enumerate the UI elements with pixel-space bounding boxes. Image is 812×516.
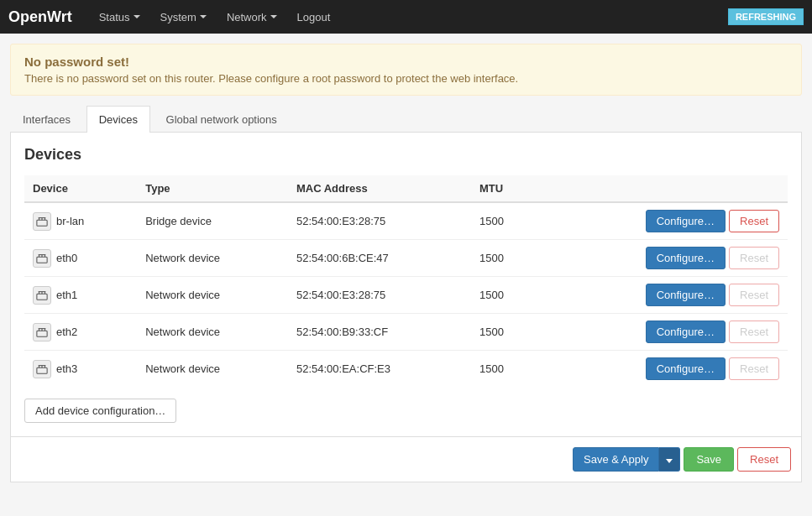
- status-dropdown-icon: [134, 15, 140, 18]
- cell-mac: 52:54:00:E3:28:75: [288, 277, 471, 314]
- nav-item-network[interactable]: Network: [217, 0, 287, 34]
- device-icon: [33, 249, 51, 268]
- device-icon: [33, 323, 51, 341]
- configure-button[interactable]: Configure…: [646, 357, 726, 380]
- cell-mtu: 1500: [471, 351, 539, 388]
- col-mac: MAC Address: [288, 175, 471, 202]
- cell-mac: 52:54:00:B9:33:CF: [288, 314, 471, 351]
- table-row: eth1 Network device52:54:00:E3:28:751500…: [24, 277, 788, 314]
- save-apply-group: Save & Apply: [573, 447, 680, 472]
- device-icon: [33, 360, 51, 378]
- table-header-row: Device Type MAC Address MTU: [24, 175, 788, 202]
- cell-type: Network device: [137, 314, 288, 351]
- col-type: Type: [137, 175, 288, 202]
- devices-table: Device Type MAC Address MTU br-lan Bridg: [24, 175, 788, 387]
- reset-row-button[interactable]: Reset: [729, 321, 779, 343]
- configure-button[interactable]: Configure…: [646, 210, 726, 232]
- cell-actions: Configure… Reset: [539, 202, 788, 240]
- main-content: Devices Device Type MAC Address MTU: [10, 133, 802, 437]
- cell-device: br-lan: [24, 202, 137, 240]
- cell-mtu: 1500: [471, 202, 539, 240]
- cell-type: Network device: [137, 240, 288, 277]
- refreshing-badge: REFRESHING: [728, 8, 804, 25]
- configure-button[interactable]: Configure…: [646, 247, 726, 269]
- cell-actions: Configure… Reset: [539, 314, 788, 351]
- reset-row-button[interactable]: Reset: [729, 357, 779, 380]
- password-alert: No password set! There is no password se…: [10, 44, 802, 96]
- cell-actions: Configure… Reset: [539, 240, 788, 277]
- reset-row-button[interactable]: Reset: [729, 247, 779, 269]
- cell-type: Network device: [137, 351, 288, 388]
- cell-type: Bridge device: [137, 202, 288, 240]
- col-device: Device: [24, 175, 137, 202]
- section-title: Devices: [24, 146, 788, 164]
- save-apply-dropdown-button[interactable]: [659, 447, 680, 472]
- tab-interfaces[interactable]: Interfaces: [10, 106, 83, 133]
- network-icon: [36, 253, 48, 264]
- svg-rect-15: [37, 331, 47, 336]
- cell-actions: Configure… Reset: [539, 351, 788, 388]
- caret-icon: [666, 459, 673, 463]
- svg-rect-5: [37, 257, 47, 263]
- col-mtu: MTU: [471, 175, 539, 202]
- cell-mtu: 1500: [471, 240, 539, 277]
- tabs-container: Interfaces Devices Global network option…: [10, 106, 802, 133]
- device-icon: [33, 212, 51, 231]
- alert-body: There is no password set on this router.…: [24, 72, 788, 85]
- network-icon: [36, 289, 48, 301]
- cell-mtu: 1500: [471, 277, 539, 314]
- cell-actions: Configure… Reset: [539, 277, 788, 314]
- reset-row-button[interactable]: Reset: [729, 210, 779, 232]
- tab-devices[interactable]: Devices: [86, 106, 150, 133]
- svg-rect-10: [37, 294, 47, 300]
- cell-mac: 52:54:00:E3:28:75: [288, 202, 471, 240]
- cell-type: Network device: [137, 277, 288, 314]
- col-actions: [539, 175, 788, 202]
- reset-button[interactable]: Reset: [737, 447, 791, 472]
- nav-item-logout[interactable]: Logout: [287, 0, 341, 34]
- cell-device: eth1: [24, 277, 137, 314]
- add-device-button[interactable]: Add device configuration…: [24, 399, 176, 423]
- cell-mtu: 1500: [471, 314, 539, 351]
- svg-rect-20: [37, 367, 47, 373]
- table-row: eth3 Network device52:54:00:EA:CF:E31500…: [24, 351, 788, 388]
- system-dropdown-icon: [200, 15, 207, 18]
- device-name: eth3: [56, 362, 77, 375]
- save-apply-button[interactable]: Save & Apply: [573, 447, 659, 472]
- add-device-container: Add device configuration…: [24, 399, 788, 423]
- tab-global-network-options[interactable]: Global network options: [154, 106, 290, 133]
- table-row: br-lan Bridge device52:54:00:E3:28:75150…: [24, 202, 788, 240]
- device-icon: [33, 286, 51, 305]
- configure-button[interactable]: Configure…: [646, 284, 726, 306]
- cell-device: eth3: [24, 351, 137, 388]
- alert-title: No password set!: [24, 55, 788, 69]
- table-row: eth2 Network device52:54:00:B9:33:CF1500…: [24, 314, 788, 351]
- brand[interactable]: OpenWrt: [8, 8, 72, 26]
- cell-device: eth0: [24, 240, 137, 277]
- device-name: eth0: [56, 252, 77, 264]
- device-name: eth2: [56, 326, 77, 338]
- svg-rect-0: [37, 220, 47, 226]
- configure-button[interactable]: Configure…: [646, 321, 726, 343]
- cell-mac: 52:54:00:6B:CE:47: [288, 240, 471, 277]
- reset-row-button[interactable]: Reset: [729, 284, 779, 306]
- navbar: OpenWrt Status System Network Logout REF…: [0, 0, 812, 34]
- cell-mac: 52:54:00:EA:CF:E3: [288, 351, 471, 388]
- cell-device: eth2: [24, 314, 137, 351]
- table-row: eth0 Network device52:54:00:6B:CE:471500…: [24, 240, 788, 277]
- network-icon: [36, 216, 48, 227]
- nav-item-status[interactable]: Status: [89, 0, 150, 34]
- device-name: br-lan: [56, 215, 84, 227]
- device-name: eth1: [56, 289, 77, 301]
- save-button[interactable]: Save: [684, 447, 734, 472]
- network-icon: [36, 363, 48, 375]
- footer-actions: Save & Apply Save Reset: [10, 437, 802, 482]
- nav-item-system[interactable]: System: [150, 0, 217, 34]
- network-dropdown-icon: [270, 15, 277, 18]
- network-icon: [36, 326, 48, 338]
